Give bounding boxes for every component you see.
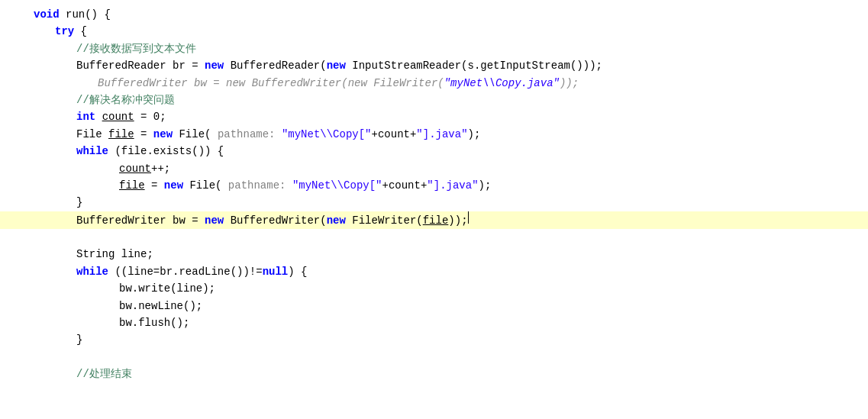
code-line-7: int count = 0; (0, 108, 868, 125)
code-line-5: BufferedWriter bw = new BufferedWriter(n… (0, 75, 868, 92)
code-line-6: //解决名称冲突问题 (0, 92, 868, 108)
code-line-20: } (0, 331, 868, 348)
code-line-18: bw.newLine(); (0, 298, 868, 314)
code-line-16: while ((line=br.readLine())!=null) { (0, 263, 868, 280)
code-line-15: String line; (0, 246, 868, 263)
code-editor[interactable]: void run() { try { //接收数据写到文本文件 Buffered… (0, 0, 868, 419)
code-line-10: count++; (0, 160, 868, 177)
code-line-3: //接收数据写到文本文件 (0, 40, 868, 57)
code-line-13: BufferedWriter bw = new BufferedWriter(n… (0, 211, 868, 229)
code-line-8: File file = new File( pathname: "myNet\\… (0, 126, 868, 143)
code-line-21 (0, 349, 868, 366)
code-line-22: //处理结束 (0, 366, 868, 382)
code-line-14 (0, 229, 868, 246)
code-line-2: try { (0, 23, 868, 40)
code-line-17: bw.write(line); (0, 280, 868, 297)
code-line-19: bw.flush(); (0, 314, 868, 331)
code-line-4: BufferedReader br = new BufferedReader(n… (0, 57, 868, 74)
code-line-1: void run() { (0, 6, 868, 23)
code-line-9: while (file.exists()) { (0, 143, 868, 160)
code-line-12: } (0, 194, 868, 211)
code-line-11: file = new File( pathname: "myNet\\Copy[… (0, 177, 868, 194)
